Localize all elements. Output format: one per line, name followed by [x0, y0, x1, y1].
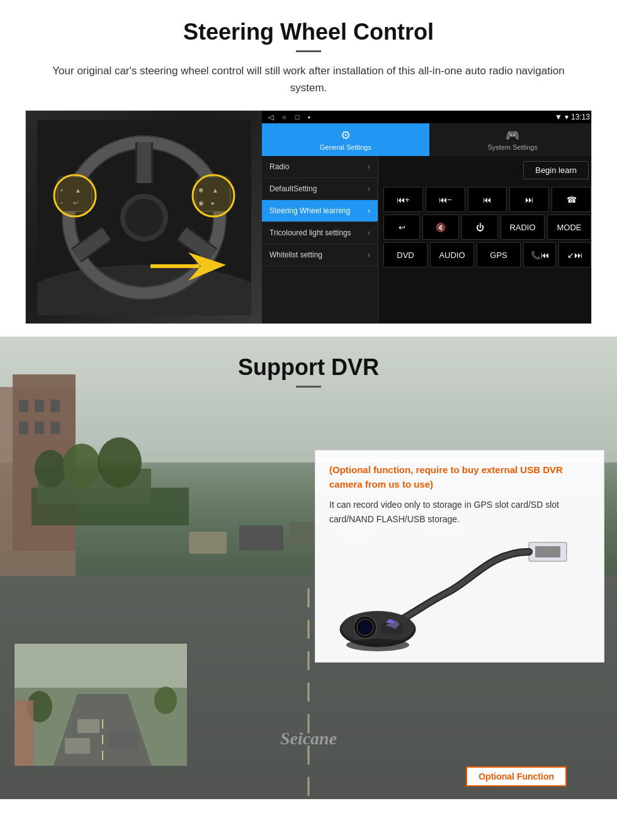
chevron-right-icon: › — [368, 184, 370, 193]
svg-rect-32 — [19, 422, 28, 434]
section-description: Your original car's steering wheel contr… — [38, 62, 579, 96]
menu-item-default-setting[interactable]: DefaultSetting › — [262, 178, 378, 200]
tab-system-label: System Settings — [488, 143, 538, 151]
dvr-section-header: Support DVR — [0, 337, 617, 394]
seicane-watermark: Seicane — [280, 729, 337, 749]
ctrl-btn-prev[interactable]: ⏮ — [468, 187, 507, 212]
status-bar-left: ◁ ○ □ ▪ — [268, 113, 310, 121]
begin-learn-row: Begin learn — [378, 156, 592, 184]
inset-screenshot — [13, 642, 189, 768]
tab-general-label: General Settings — [320, 143, 371, 151]
dvr-camera-svg — [334, 530, 586, 656]
dvr-section: Support DVR — [0, 337, 617, 799]
steering-wheel-svg: + − ▲ ↩ ✱ ◉ ▲ ▸ — [37, 120, 251, 315]
ctrl-btn-dvd[interactable]: DVD — [383, 242, 427, 267]
dvr-camera-image — [329, 536, 590, 649]
optional-function-badge: Optional Function — [466, 766, 567, 787]
ctrl-btn-call-next[interactable]: ↙⏭ — [558, 242, 591, 267]
inset-road-view — [14, 644, 187, 766]
svg-rect-57 — [14, 700, 33, 768]
svg-rect-43 — [239, 525, 283, 551]
ctrl-btn-vol-up[interactable]: ⏮+ — [383, 187, 423, 212]
clock: 13:13 — [571, 113, 590, 121]
menu-item-radio[interactable]: Radio › — [262, 156, 378, 178]
ctrl-row-2: ↩ 🔇 ⏻ RADIO MODE — [383, 215, 591, 240]
signal-icon: ▼ — [555, 113, 562, 121]
tab-general-settings[interactable]: ⚙ General Settings — [262, 123, 429, 156]
ctrl-btn-next[interactable]: ⏭ — [509, 187, 549, 212]
control-buttons-grid: ⏮+ ⏮− ⏮ ⏭ ☎ ↩ 🔇 ⏻ RADIO MODE — [378, 184, 592, 270]
gear-icon: ⚙ — [341, 128, 351, 142]
svg-point-38 — [63, 444, 101, 488]
chevron-right-icon: › — [368, 162, 370, 171]
steering-wheel-section: Steering Wheel Control Your original car… — [0, 0, 617, 337]
status-bar: ◁ ○ □ ▪ ▼ ▾ 13:13 — [262, 111, 592, 123]
menu-icon[interactable]: ▪ — [308, 113, 310, 121]
ctrl-btn-radio[interactable]: RADIO — [501, 215, 545, 240]
ctrl-btn-call-prev[interactable]: 📞⏮ — [523, 242, 556, 267]
svg-rect-53 — [109, 732, 137, 749]
ctrl-btn-vol-down[interactable]: ⏮− — [426, 187, 465, 212]
chevron-right-icon: › — [368, 206, 370, 215]
svg-rect-33 — [35, 422, 44, 434]
svg-point-67 — [346, 639, 409, 651]
menu-controls: Radio › DefaultSetting › Steering Wheel … — [262, 156, 592, 323]
begin-learn-button[interactable]: Begin learn — [523, 161, 589, 179]
dvr-title: Support DVR — [0, 354, 617, 381]
home-icon[interactable]: ○ — [282, 113, 286, 121]
page-title: Steering Wheel Control — [25, 19, 592, 45]
back-icon[interactable]: ◁ — [268, 113, 273, 121]
svg-point-56 — [154, 686, 177, 714]
status-bar-right: ▼ ▾ 13:13 — [555, 113, 590, 121]
recents-icon[interactable]: □ — [295, 113, 300, 121]
ctrl-btn-power[interactable]: ⏻ — [461, 215, 498, 240]
svg-rect-49 — [14, 644, 189, 688]
menu-item-whitelist[interactable]: Whitelist setting › — [262, 244, 378, 266]
chevron-right-icon: › — [368, 228, 370, 237]
inset-road-svg — [14, 644, 189, 768]
menu-item-tricoloured-label: Tricoloured light settings — [269, 228, 368, 237]
svg-point-11 — [125, 199, 163, 237]
ctrl-btn-mute[interactable]: 🔇 — [422, 215, 459, 240]
ctrl-btn-audio[interactable]: AUDIO — [430, 242, 474, 267]
svg-point-37 — [35, 450, 66, 488]
menu-item-radio-label: Radio — [269, 162, 368, 171]
steering-photo: + − ▲ ↩ ✱ ◉ ▲ ▸ — [26, 111, 262, 324]
dvr-optional-text: (Optional function, require to buy exter… — [329, 463, 590, 491]
android-ui: ◁ ○ □ ▪ ▼ ▾ 13:13 ⚙ General Settings — [262, 111, 592, 323]
menu-item-tricoloured[interactable]: Tricoloured light settings › — [262, 222, 378, 244]
svg-rect-52 — [65, 738, 90, 754]
system-icon: 🎮 — [506, 128, 519, 142]
ctrl-row-1: ⏮+ ⏮− ⏮ ⏭ ☎ — [383, 187, 591, 212]
dvr-description: It can record video only to storage in G… — [329, 498, 590, 526]
svg-rect-31 — [50, 400, 60, 412]
menu-item-default-label: DefaultSetting — [269, 184, 368, 193]
title-divider — [296, 50, 321, 52]
svg-rect-30 — [35, 400, 44, 412]
menu-item-steering-label: Steering Wheel learning — [269, 206, 368, 215]
svg-point-39 — [98, 437, 142, 488]
svg-point-22 — [54, 175, 96, 216]
svg-rect-29 — [19, 400, 28, 412]
svg-rect-54 — [77, 719, 99, 733]
dvr-title-divider — [296, 386, 321, 388]
dvr-info-box: (Optional function, require to buy exter… — [315, 450, 604, 663]
svg-point-23 — [193, 175, 234, 216]
svg-rect-59 — [535, 546, 560, 557]
controls-panel: Begin learn ⏮+ ⏮− ⏮ ⏭ ☎ ↩ — [378, 156, 592, 323]
wifi-icon: ▾ — [565, 113, 569, 121]
ctrl-btn-phone[interactable]: ☎ — [552, 187, 591, 212]
settings-tabs: ⚙ General Settings 🎮 System Settings — [262, 123, 592, 156]
demo-container: + − ▲ ↩ ✱ ◉ ▲ ▸ — [25, 110, 592, 324]
ctrl-btn-hangup[interactable]: ↩ — [383, 215, 420, 240]
svg-point-64 — [360, 622, 370, 632]
ctrl-row-3: DVD AUDIO GPS 📞⏮ ↙⏭ — [383, 242, 591, 267]
ctrl-btn-gps[interactable]: GPS — [477, 242, 521, 267]
menu-item-steering-wheel[interactable]: Steering Wheel learning › — [262, 200, 378, 222]
svg-rect-42 — [189, 532, 227, 554]
menu-list: Radio › DefaultSetting › Steering Wheel … — [262, 156, 378, 323]
svg-rect-34 — [50, 422, 60, 434]
ctrl-btn-mode[interactable]: MODE — [547, 215, 591, 240]
tab-system-settings[interactable]: 🎮 System Settings — [429, 123, 592, 156]
menu-item-whitelist-label: Whitelist setting — [269, 250, 368, 259]
